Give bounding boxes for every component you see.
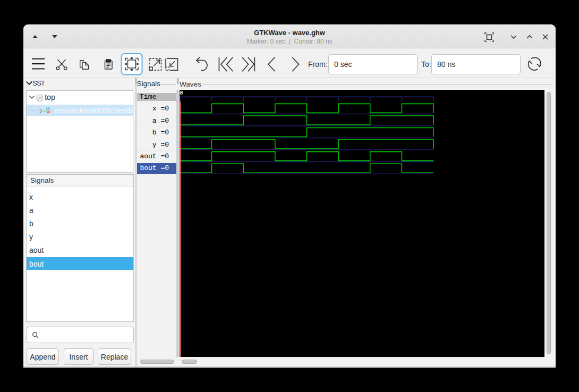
svg-text:0: 0 [180, 90, 183, 96]
